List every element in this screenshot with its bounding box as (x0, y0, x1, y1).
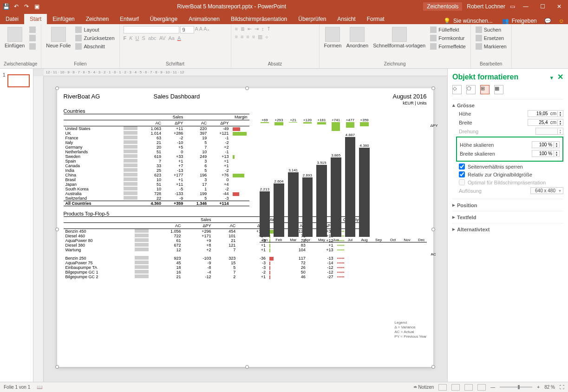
tab-uebergaenge[interactable]: Übergänge (144, 14, 183, 24)
size-tab-icon[interactable]: ⊞ (480, 85, 490, 94)
sel-handle[interactable] (245, 365, 249, 369)
comments-icon[interactable]: 💬 (544, 18, 551, 24)
height-spinner[interactable]: cm▲▼ (528, 110, 563, 117)
tab-entwurf[interactable]: Entwurf (114, 14, 144, 24)
scale-width-spinner[interactable]: ▲▼ (532, 150, 560, 157)
picture-tab-icon[interactable]: ▦ (494, 85, 503, 94)
sel-handle[interactable] (431, 228, 435, 231)
font-size-input[interactable] (180, 26, 194, 33)
tab-ansicht[interactable]: Ansicht (332, 14, 361, 24)
tab-start[interactable]: Start (24, 14, 47, 24)
layout-button[interactable]: Layout (74, 26, 115, 33)
select-button[interactable]: Markieren (475, 43, 508, 50)
minimize-button[interactable]: — (520, 3, 532, 10)
indent-dec-icon[interactable]: ⇤ (248, 26, 252, 32)
sel-handle[interactable] (431, 86, 435, 90)
slide-thumbnail-1[interactable] (7, 74, 30, 87)
slideshow-view-icon[interactable] (477, 384, 486, 391)
sel-handle[interactable] (55, 228, 59, 231)
share-label[interactable]: Freigeben (512, 18, 537, 24)
new-slide-button[interactable]: Neue Folie (45, 26, 72, 49)
shape-outline-button[interactable]: Formkontur (429, 34, 467, 42)
zoom-in-button[interactable]: + (537, 385, 540, 390)
spell-check-icon[interactable]: 📖 (37, 385, 42, 390)
shrink-font-icon[interactable]: A (199, 26, 202, 33)
reset-button[interactable]: Zurücksetzen (74, 34, 115, 42)
underline-button[interactable]: U (136, 35, 139, 41)
scale-height-spinner[interactable]: ▲▼ (532, 141, 560, 148)
clear-format-icon[interactable]: Aₓ (203, 26, 209, 33)
section-alttext[interactable]: ▸Alternativtext (452, 226, 563, 232)
format-painter-button[interactable] (28, 43, 37, 50)
start-show-icon[interactable]: ▣ (33, 3, 40, 10)
shapes-button[interactable]: Formen (323, 26, 343, 49)
sel-handle[interactable] (55, 86, 59, 90)
sel-handle[interactable] (55, 365, 59, 369)
fit-to-window-icon[interactable]: ⛶ (560, 385, 564, 390)
strike-button[interactable]: S (142, 35, 145, 41)
font-family-input[interactable] (124, 26, 179, 33)
quick-styles-button[interactable]: Schnellformat-vorlagen (372, 26, 426, 49)
bullets-icon[interactable]: ≡ (235, 26, 238, 32)
tab-einfuegen[interactable]: Einfügen (47, 14, 80, 24)
numbering-icon[interactable]: ≣ (241, 26, 245, 32)
bold-button[interactable]: F (124, 35, 127, 41)
tab-datei[interactable]: Datei (0, 14, 24, 24)
zoom-slider[interactable] (500, 386, 532, 388)
shape-fill-button[interactable]: Fülleffekt (429, 26, 467, 33)
maximize-button[interactable]: ☐ (536, 3, 548, 10)
normal-view-icon[interactable] (438, 384, 447, 391)
cut-button[interactable] (28, 26, 37, 33)
width-spinner[interactable]: cm▲▼ (528, 119, 563, 126)
sel-handle[interactable] (245, 86, 249, 90)
ribbon-display-icon[interactable]: ▭ (510, 3, 515, 10)
smartart-icon[interactable]: ⟐ (265, 34, 268, 40)
fill-line-icon[interactable]: ◇ (452, 85, 462, 94)
grow-font-icon[interactable]: A (195, 26, 198, 33)
align-left-icon[interactable]: ≡ (235, 34, 238, 40)
tell-me-icon[interactable]: 💡 (444, 18, 450, 24)
font-color-button[interactable]: A (177, 35, 181, 41)
arrange-button[interactable]: Anordnen (345, 26, 369, 49)
pane-close-icon[interactable]: ✕ (557, 73, 563, 81)
columns-icon[interactable]: ▥ (258, 34, 262, 40)
relative-checkbox[interactable] (459, 171, 465, 177)
sorter-view-icon[interactable] (451, 384, 460, 391)
justify-icon[interactable]: ≡ (252, 34, 255, 40)
section-position[interactable]: ▸Position (452, 202, 563, 208)
effects-tab-icon[interactable]: ⬠ (466, 85, 476, 94)
align-right-icon[interactable]: ≡ (246, 34, 249, 40)
tab-bildschirm[interactable]: Bildschirmpräsentation (225, 14, 293, 24)
close-button[interactable]: ✕ (553, 3, 565, 10)
indent-inc-icon[interactable]: ⇥ (255, 26, 259, 32)
zoom-out-button[interactable]: — (490, 385, 495, 390)
sel-handle[interactable] (431, 365, 435, 369)
redo-icon[interactable]: ↷ (23, 3, 30, 10)
save-icon[interactable]: 💾 (3, 3, 9, 10)
smiley-icon[interactable]: ☺ (559, 18, 564, 24)
italic-button[interactable]: K (129, 35, 132, 41)
align-center-icon[interactable]: ≡ (241, 34, 243, 40)
tab-format[interactable]: Format (361, 14, 390, 24)
paste-button[interactable]: Einfügen (4, 26, 26, 49)
section-button[interactable]: Abschnitt (74, 43, 115, 50)
tell-me-label[interactable]: Sie wünschen... (453, 18, 493, 24)
undo-icon[interactable]: ↶ (13, 3, 20, 10)
replace-button[interactable]: Ersetzen (475, 34, 508, 42)
tab-zeichnen[interactable]: Zeichnen (80, 14, 114, 24)
find-button[interactable]: Suchen (475, 26, 508, 33)
shape-effects-button[interactable]: Formeffekte (429, 43, 467, 50)
case-button[interactable]: Aa (168, 35, 174, 41)
tab-ueberpruefen[interactable]: Überprüfen (293, 14, 332, 24)
slide-content[interactable]: RiverBoat AG Sales Dashboard August 2016… (57, 88, 433, 367)
section-textbox[interactable]: ▸Textfeld (452, 214, 563, 220)
tab-animationen[interactable]: Animationen (183, 14, 225, 24)
share-icon[interactable]: 👥 (502, 18, 509, 24)
reading-view-icon[interactable] (464, 384, 473, 391)
shadow-button[interactable]: abc (148, 35, 157, 41)
spacing-button[interactable]: AV (159, 35, 166, 41)
lock-aspect-checkbox[interactable] (459, 163, 465, 170)
pane-menu-icon[interactable]: ▾ (550, 75, 553, 80)
notes-button[interactable]: ≐ Notizen (413, 385, 434, 390)
text-direction-icon[interactable]: ⤒ (267, 26, 271, 32)
